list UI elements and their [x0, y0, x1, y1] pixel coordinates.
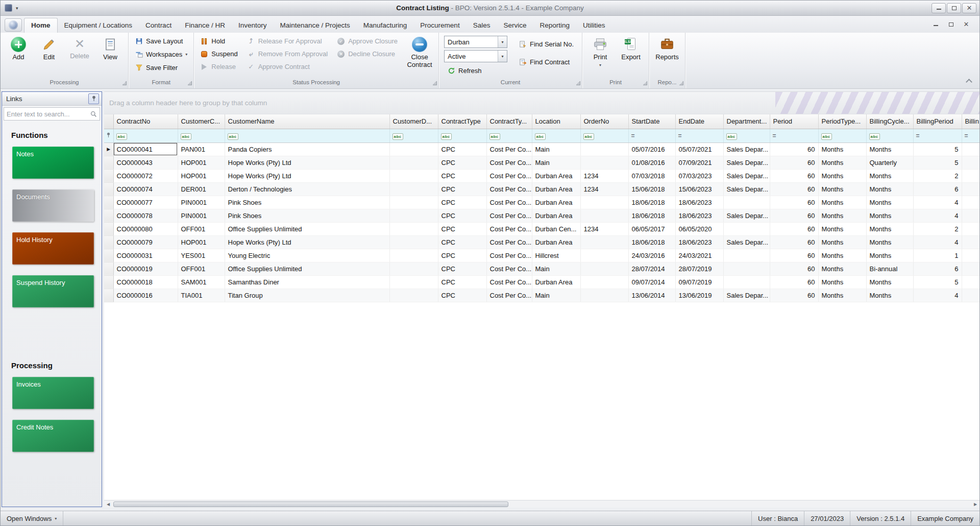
dialog-launcher-icon[interactable]	[122, 81, 127, 85]
filter-row-pin-icon[interactable]	[104, 129, 113, 142]
dialog-launcher-icon[interactable]	[576, 81, 580, 85]
refresh-button[interactable]: Refresh	[444, 64, 507, 77]
scrollbar-thumb[interactable]	[113, 501, 508, 507]
column-header-period[interactable]: Period	[770, 114, 818, 129]
find-contract-button[interactable]: Find Contract	[516, 56, 577, 68]
tab-inventory[interactable]: Inventory	[232, 18, 274, 33]
table-row[interactable]: CO0000016TIA001Titan GroupCPCCost Per Co…	[104, 289, 979, 302]
filter-cell-department[interactable]: abc	[723, 129, 770, 142]
filter-cell-billin[interactable]: =	[962, 129, 979, 142]
approve-contract-button[interactable]: ✓ Approve Contract	[244, 60, 331, 73]
scroll-right-icon[interactable]: ▶	[971, 501, 979, 508]
column-header-contracttype[interactable]: ContractType	[438, 114, 486, 129]
tab-sales[interactable]: Sales	[467, 18, 497, 33]
hold-button[interactable]: Hold	[197, 35, 240, 47]
column-header-department[interactable]: Department...	[723, 114, 770, 129]
tab-home[interactable]: Home	[24, 18, 58, 33]
status-dropdown[interactable]: Active ▾	[444, 50, 507, 62]
child-close-button[interactable]: ✕	[961, 20, 971, 29]
add-button[interactable]: Add	[4, 35, 33, 62]
open-windows-button[interactable]: Open Windows ▾	[1, 511, 63, 525]
column-header-billingcycle[interactable]: BillingCycle...	[866, 114, 913, 129]
column-header-enddate[interactable]: EndDate	[675, 114, 723, 129]
filter-cell-contracttype[interactable]: abc	[438, 129, 486, 142]
save-layout-button[interactable]: Save Layout	[132, 35, 190, 47]
column-header-contractty[interactable]: ContractTy...	[486, 114, 532, 129]
column-header-customername[interactable]: CustomerName	[225, 114, 389, 129]
filter-cell-contractno[interactable]: abc	[113, 129, 178, 142]
filter-cell-contractty[interactable]: abc	[486, 129, 532, 142]
child-minimize-button[interactable]	[930, 20, 941, 29]
workspaces-button[interactable]: Workspaces ▾	[132, 48, 190, 61]
reports-button[interactable]: Reports	[652, 35, 682, 62]
export-button[interactable]: XLSX Export	[616, 35, 646, 62]
maximize-button[interactable]	[947, 3, 961, 13]
tab-maintenance-projects[interactable]: Maintenance / Projects	[273, 18, 356, 33]
delete-button[interactable]: ✕ Delete	[65, 35, 94, 61]
sidebar-button-notes[interactable]: Notes	[12, 147, 94, 179]
tab-finance-hr[interactable]: Finance / HR	[178, 18, 232, 33]
filter-cell-enddate[interactable]: =	[675, 129, 723, 142]
filter-cell-customername[interactable]: abc	[225, 129, 389, 142]
filter-cell-billingperiod[interactable]: =	[913, 129, 962, 142]
scroll-left-icon[interactable]: ◀	[104, 501, 112, 508]
column-header-customerc[interactable]: CustomerC...	[178, 114, 225, 129]
table-row[interactable]: CO0000072HOP001Hope Works (Pty) LtdCPCCo…	[104, 169, 979, 182]
sidebar-button-suspend-history[interactable]: Suspend History	[12, 275, 94, 307]
view-button[interactable]: View	[95, 35, 125, 62]
column-header-billin[interactable]: Billin	[962, 114, 979, 129]
filter-cell-billingcycle[interactable]: abc	[866, 129, 913, 142]
tab-contract[interactable]: Contract	[139, 18, 178, 33]
group-by-bar[interactable]: Drag a column header here to group by th…	[104, 92, 979, 114]
dialog-launcher-icon[interactable]	[433, 81, 437, 85]
filter-cell-periodtype[interactable]: abc	[818, 129, 866, 142]
filter-cell-orderno[interactable]: abc	[580, 129, 628, 142]
table-row[interactable]: CO0000080OFF001Office Supplies Unlimited…	[104, 222, 979, 235]
find-serial-button[interactable]: Find Serial No.	[516, 38, 577, 51]
tab-manufacturing[interactable]: Manufacturing	[357, 18, 414, 33]
close-contract-button[interactable]: Close Contract	[404, 35, 435, 70]
table-row[interactable]: CO0000074DER001Derton / TechnologiesCPCC…	[104, 182, 979, 196]
column-header-periodtype[interactable]: PeriodType...	[818, 114, 866, 129]
dialog-launcher-icon[interactable]	[643, 81, 647, 85]
column-header-location[interactable]: Location	[532, 114, 580, 129]
remove-from-approval-button[interactable]: ⤶ Remove From Approval	[244, 47, 331, 60]
column-header-contractno[interactable]: ContractNo	[113, 114, 178, 129]
tab-procurement[interactable]: Procurement	[413, 18, 466, 33]
table-row[interactable]: CO0000077PIN0001Pink ShoesCPCCost Per Co…	[104, 196, 979, 209]
table-row[interactable]: CO0000078PIN0001Pink ShoesCPCCost Per Co…	[104, 209, 979, 222]
column-header-customerd[interactable]: CustomerD...	[389, 114, 438, 129]
quick-access-dropdown-icon[interactable]: ▾	[14, 5, 20, 12]
table-row[interactable]: CO0000031YES001Young ElectricCPCCost Per…	[104, 249, 979, 262]
column-header-startdate[interactable]: StartDate	[628, 114, 675, 129]
save-filter-button[interactable]: Save Filter	[132, 61, 190, 74]
edit-button[interactable]: Edit	[34, 35, 64, 62]
filter-cell-location[interactable]: abc	[532, 129, 580, 142]
decline-closure-button[interactable]: ✕ Decline Closure	[334, 47, 401, 60]
table-row[interactable]: CO0000019OFF001Office Supplies Unlimited…	[104, 262, 979, 275]
tab-equipment-locations[interactable]: Equipment / Locations	[58, 18, 139, 33]
tab-service[interactable]: Service	[497, 18, 533, 33]
minimize-button[interactable]	[932, 3, 946, 13]
app-menu-button[interactable]	[5, 18, 22, 32]
horizontal-scrollbar[interactable]: ◀ ▶	[104, 500, 979, 508]
column-header-billingperiod[interactable]: BillingPeriod	[913, 114, 962, 129]
approve-closure-button[interactable]: ✓ Approve Closure	[334, 35, 401, 47]
table-row[interactable]: ▶CO0000041PAN001Panda CopiersCPCCost Per…	[104, 142, 979, 156]
sidebar-search-input[interactable]	[7, 110, 90, 118]
chevron-up-icon[interactable]	[966, 79, 972, 85]
child-restore-button[interactable]	[946, 20, 956, 29]
filter-cell-customerc[interactable]: abc	[178, 129, 225, 142]
dialog-launcher-icon[interactable]	[679, 81, 683, 85]
table-row[interactable]: CO0000043HOP001Hope Works (Pty) LtdCPCCo…	[104, 156, 979, 169]
filter-cell-period[interactable]: =	[770, 129, 818, 142]
sidebar-button-hold-history[interactable]: Hold History	[12, 232, 94, 265]
tab-reporting[interactable]: Reporting	[533, 18, 576, 33]
release-for-approval-button[interactable]: ⤴ Release For Approval	[244, 35, 331, 47]
suspend-button[interactable]: Suspend	[197, 47, 240, 60]
sidebar-button-credit-notes[interactable]: Credit Notes	[12, 420, 94, 452]
close-button[interactable]: ✕	[962, 3, 976, 13]
sidebar-button-invoices[interactable]: Invoices	[12, 377, 94, 409]
table-row[interactable]: CO0000079HOP001Hope Works (Pty) LtdCPCCo…	[104, 235, 979, 249]
filter-cell-startdate[interactable]: =	[628, 129, 675, 142]
